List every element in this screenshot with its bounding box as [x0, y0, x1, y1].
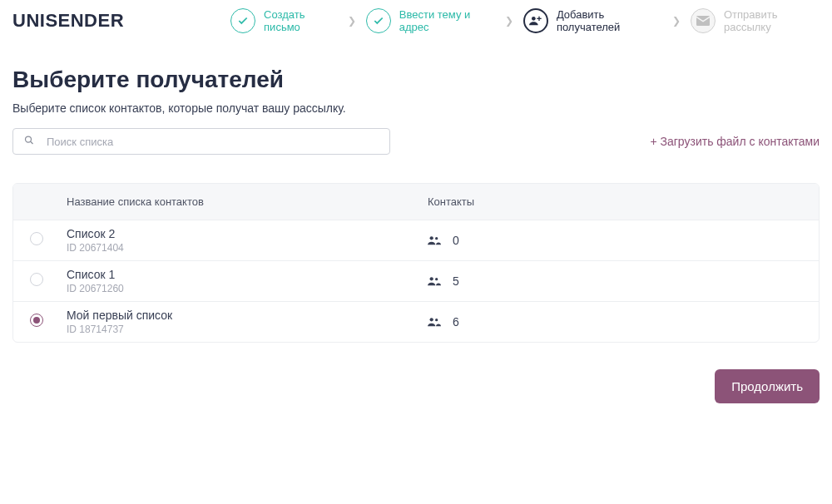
mail-icon [691, 8, 716, 33]
header-contacts: Контакты [428, 195, 802, 208]
svg-line-5 [31, 141, 33, 144]
contacts-count: 5 [453, 274, 459, 288]
people-icon [428, 276, 441, 286]
svg-point-10 [430, 318, 433, 321]
search-input[interactable] [12, 128, 390, 155]
check-icon [230, 8, 255, 33]
step-label: Добавить получателей [557, 8, 662, 33]
svg-point-7 [435, 237, 438, 240]
table-row[interactable]: Список 1 ID 20671260 5 [13, 260, 819, 301]
list-id: ID 20671260 [67, 283, 428, 294]
search-icon [24, 136, 34, 148]
page-title: Выберите получателей [12, 67, 820, 93]
people-add-icon [523, 8, 548, 33]
brand-logo[interactable]: UNISENDER [12, 10, 124, 32]
table-row[interactable]: Список 2 ID 20671404 0 [13, 220, 819, 260]
table-row[interactable]: Мой первый список ID 18714737 6 [13, 301, 819, 342]
list-radio[interactable] [30, 232, 43, 245]
continue-button[interactable]: Продолжить [715, 369, 820, 403]
step-label: Ввести тему и адрес [399, 8, 495, 33]
step-send: Отправить рассылку [691, 8, 820, 33]
step-subject-address[interactable]: Ввести тему и адрес [366, 8, 495, 33]
chevron-right-icon: ❯ [346, 15, 358, 27]
chevron-right-icon: ❯ [503, 15, 515, 27]
page-subtitle: Выберите список контактов, которые получ… [12, 101, 820, 115]
contacts-count: 0 [453, 234, 459, 247]
people-icon [428, 235, 441, 245]
svg-rect-2 [537, 18, 541, 19]
step-label: Отправить рассылку [724, 8, 820, 33]
list-name: Список 1 [67, 268, 428, 281]
search-box [12, 128, 390, 155]
check-icon [366, 8, 391, 33]
list-id: ID 20671404 [67, 242, 428, 254]
step-add-recipients[interactable]: Добавить получателей [523, 8, 662, 33]
svg-point-11 [435, 319, 438, 321]
svg-point-8 [430, 277, 433, 280]
list-id: ID 18714737 [67, 324, 428, 335]
svg-point-0 [532, 17, 536, 21]
list-radio[interactable] [30, 314, 43, 327]
svg-point-6 [430, 236, 433, 240]
list-name: Мой первый список [67, 309, 428, 322]
header-name: Название списка контактов [67, 195, 428, 208]
contacts-count: 6 [453, 315, 459, 329]
people-icon [428, 317, 441, 327]
list-radio[interactable] [30, 273, 43, 286]
svg-point-4 [26, 136, 32, 142]
step-create-letter[interactable]: Создать письмо [230, 8, 338, 33]
step-label: Создать письмо [264, 8, 338, 33]
progress-stepper: Создать письмо ❯ Ввести тему и адрес ❯ Д… [230, 8, 820, 33]
list-name: Список 2 [67, 227, 428, 240]
contact-lists-table: Название списка контактов Контакты Списо… [12, 183, 820, 343]
table-header: Название списка контактов Контакты [13, 184, 819, 220]
upload-contacts-link[interactable]: + Загрузить файл с контактами [650, 135, 820, 148]
svg-point-9 [435, 278, 438, 280]
chevron-right-icon: ❯ [671, 15, 682, 27]
